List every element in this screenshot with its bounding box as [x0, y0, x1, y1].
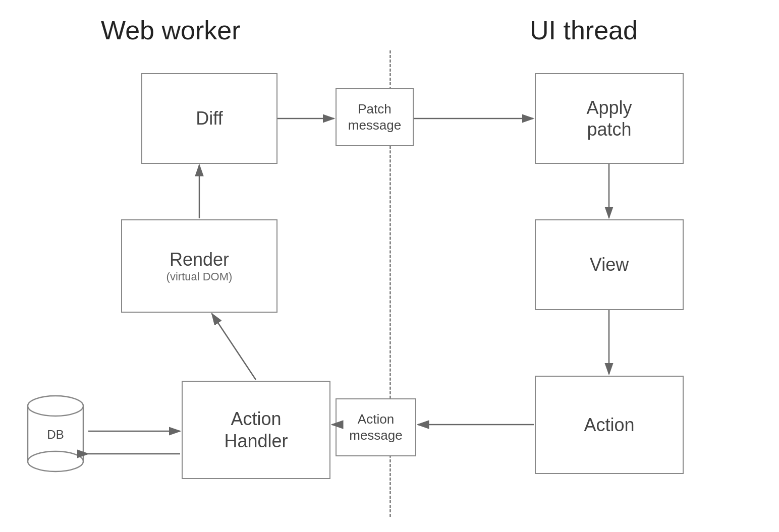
- action-box: Action: [535, 376, 684, 474]
- svg-point-1: [28, 396, 83, 416]
- webworker-title: Web worker: [101, 15, 240, 45]
- patch-message-label: Patchmessage: [348, 101, 402, 133]
- action-message-box: Actionmessage: [336, 398, 416, 456]
- apply-patch-label: Applypatch: [586, 97, 632, 140]
- action-message-label: Actionmessage: [349, 411, 403, 443]
- view-label: View: [590, 254, 629, 275]
- apply-patch-box: Applypatch: [535, 73, 684, 164]
- render-sublabel: (virtual DOM): [166, 270, 233, 283]
- svg-text:DB: DB: [47, 428, 64, 441]
- action-handler-label: ActionHandler: [224, 408, 288, 451]
- svg-line-12: [212, 314, 256, 380]
- diagram-container: Web worker UI thread Diff Render (virtua…: [0, 0, 779, 532]
- view-box: View: [535, 219, 684, 310]
- action-handler-box: ActionHandler: [182, 381, 330, 479]
- diff-box: Diff: [141, 73, 277, 164]
- svg-point-2: [28, 451, 83, 471]
- uithread-title: UI thread: [530, 15, 638, 45]
- db-shape: DB: [23, 388, 88, 474]
- patch-message-box: Patchmessage: [336, 88, 414, 146]
- render-box: Render (virtual DOM): [121, 219, 277, 313]
- render-label: Render: [166, 249, 233, 270]
- action-label: Action: [584, 414, 634, 436]
- diff-label: Diff: [196, 107, 222, 129]
